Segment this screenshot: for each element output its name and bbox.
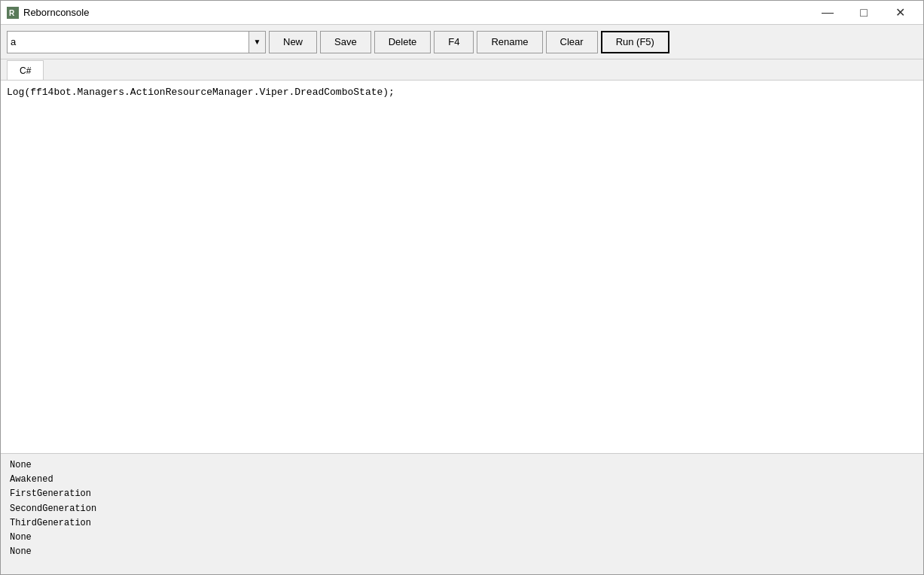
tab-csharp-label: C# — [20, 65, 31, 76]
script-name-input[interactable] — [8, 32, 249, 53]
save-button[interactable]: Save — [320, 31, 371, 53]
window-title: Rebornconsole — [23, 7, 810, 18]
clear-button[interactable]: Clear — [546, 31, 598, 53]
close-button[interactable]: ✕ — [883, 1, 917, 25]
f4-button[interactable]: F4 — [434, 31, 474, 53]
window-controls: — □ ✕ — [810, 1, 917, 25]
output-line: None — [10, 545, 914, 559]
output-panel: NoneAwakenedFirstGenerationSecondGenerat… — [1, 454, 923, 574]
new-button[interactable]: New — [269, 31, 317, 53]
output-line: SecondGeneration — [10, 502, 914, 516]
title-bar: R Rebornconsole — □ ✕ — [1, 1, 923, 25]
rename-button[interactable]: Rename — [477, 31, 542, 53]
app-icon: R — [7, 7, 19, 19]
tabs-bar: C# — [1, 59, 923, 81]
minimize-button[interactable]: — — [810, 1, 845, 25]
code-text: Log(ff14bot.Managers.ActionResourceManag… — [7, 87, 395, 98]
output-line: None — [10, 531, 914, 545]
code-content: Log(ff14bot.Managers.ActionResourceManag… — [7, 87, 917, 98]
output-line: ThirdGeneration — [10, 516, 914, 531]
toolbar: ▼ New Save Delete F4 Rename Clear Run (F… — [1, 25, 923, 59]
svg-text:R: R — [9, 9, 15, 17]
output-line: None — [10, 458, 914, 473]
output-line: Awakened — [10, 473, 914, 487]
delete-button[interactable]: Delete — [374, 31, 432, 53]
main-window: R Rebornconsole — □ ✕ ▼ New Save Delete … — [0, 0, 924, 575]
tab-csharp[interactable]: C# — [7, 60, 44, 80]
output-line: FirstGeneration — [10, 487, 914, 501]
script-dropdown-arrow[interactable]: ▼ — [249, 32, 265, 53]
code-editor[interactable]: Log(ff14bot.Managers.ActionResourceManag… — [1, 81, 923, 454]
script-selector[interactable]: ▼ — [7, 31, 266, 53]
maximize-button[interactable]: □ — [846, 1, 881, 25]
run-button[interactable]: Run (F5) — [601, 31, 669, 53]
